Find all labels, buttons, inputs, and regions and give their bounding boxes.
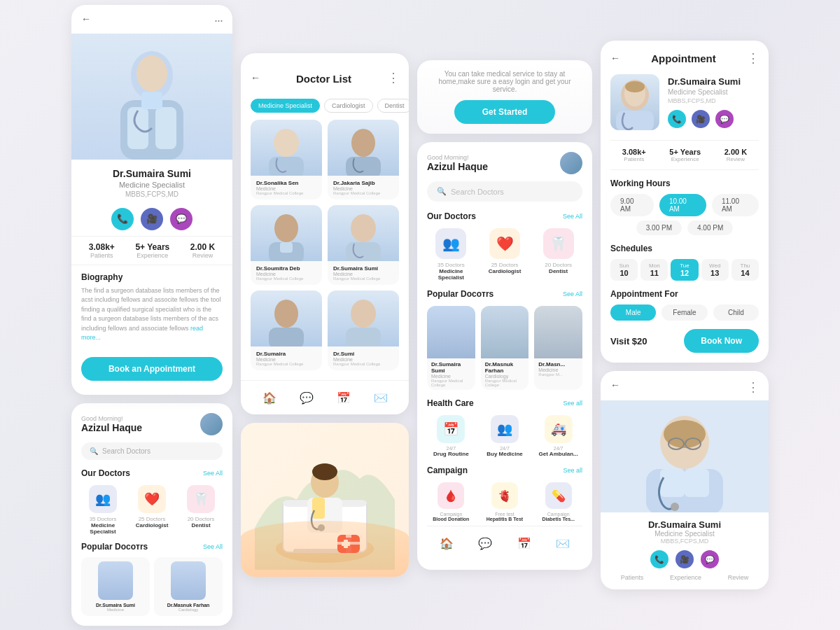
nav-calendar-dl[interactable]: 📅	[334, 388, 354, 407]
day-mon[interactable]: Mon 11	[640, 259, 668, 281]
nav-chat-main[interactable]: 💬	[475, 533, 495, 553]
search-bar-main[interactable]: 🔍 Search Doctors	[427, 181, 582, 202]
profile-phone-icon[interactable]: 📞	[650, 550, 668, 568]
menu-icon-appt[interactable]: ⋮	[747, 50, 759, 66]
doc-card-4[interactable]: Dr.Sumaira Sumi Medicine Rangpur Medical…	[328, 205, 399, 285]
doc-card-5[interactable]: Dr.Sumaira Medicine Rangpur Medical Coll…	[251, 290, 322, 370]
doc-card-1-photo	[251, 120, 322, 176]
gender-male[interactable]: Male	[610, 304, 656, 321]
back-icon-appt[interactable]: ←	[610, 52, 620, 64]
popular-doc-main-2-info: Dr.Masnuk Farhan Cardiology Rangpur Medi…	[481, 358, 529, 390]
health-care-see-all[interactable]: See all	[563, 400, 582, 407]
popular-doc-main-3[interactable]: Dr.Masn... Medicine Rangpur M...	[534, 306, 582, 390]
doc-6-hosp: Rangpur Medical College	[333, 362, 393, 366]
time-11am[interactable]: 11.00 AM	[712, 194, 759, 216]
gender-female[interactable]: Female	[662, 304, 707, 321]
camp-blood[interactable]: 🩸 Campaign Blood Donation	[427, 482, 475, 522]
filter-dentist[interactable]: Dentist	[377, 99, 409, 113]
time-4pm[interactable]: 4.00 PM	[687, 220, 733, 235]
hepatitis-name: Hepatitis B Test	[481, 517, 529, 522]
visit-label: Visit	[610, 336, 629, 346]
profile-video-icon[interactable]: 🎥	[676, 550, 694, 568]
back-icon-profile[interactable]: ←	[610, 379, 620, 395]
filter-cardio[interactable]: Cardiologist	[324, 99, 373, 113]
book-now-button[interactable]: Book Now	[684, 329, 759, 353]
appt-chat-icon[interactable]: 💬	[715, 110, 734, 128]
nav-message-dl[interactable]: ✉️	[371, 388, 391, 407]
nav-calendar-main[interactable]: 📅	[514, 533, 534, 553]
day-tue[interactable]: Tue 12	[671, 259, 698, 281]
cat-cardio-small[interactable]: ❤️ 25 Doctors Cardiologist	[130, 485, 174, 535]
nav-message-main[interactable]: ✉️	[553, 533, 573, 553]
see-all-our-doctors[interactable]: See All	[563, 213, 582, 220]
menu-icon[interactable]: ···	[214, 13, 223, 28]
review-label: Review	[190, 252, 215, 259]
popular-doc-2-small[interactable]: Dr.Masnuk Farhan Cardiology	[154, 557, 223, 616]
menu-icon-profile[interactable]: ⋮	[747, 379, 759, 395]
camp-hepatitis[interactable]: 🫀 Free test Hepatitis B Test	[481, 482, 529, 522]
phone-icon[interactable]: 📞	[111, 208, 134, 230]
greeting-row-small: Good Morning! Azizul Haque	[81, 413, 223, 435]
chat-icon[interactable]: 💬	[170, 208, 192, 230]
day-thu[interactable]: Thu 14	[732, 259, 759, 281]
doc-card-2[interactable]: Dr.Jakaria Sajib Medicine Rangpur Medica…	[328, 120, 399, 200]
medicine-freq: 24/7	[481, 446, 529, 451]
svg-point-13	[351, 214, 376, 242]
doc-3-name: Dr.Soumitra Deb	[256, 265, 316, 272]
profile-review-lbl: Review	[728, 574, 749, 581]
nav-home-main[interactable]: 🏠	[437, 533, 456, 553]
doc-card-3[interactable]: Dr.Soumitra Deb Medicine Rangpur Medical…	[251, 205, 322, 285]
schedules-section: Schedules Sun 10 Mon 11 Tue 12 Wed 13	[610, 244, 759, 281]
user-name-main: Azizul Haque	[427, 161, 488, 172]
time-10am[interactable]: 10.00 AM	[659, 194, 706, 216]
gender-tabs: Male Female Child	[610, 304, 759, 321]
see-all-doctors-small[interactable]: See All	[203, 470, 223, 477]
campaign-see-all[interactable]: See all	[563, 467, 582, 474]
back-icon-dl[interactable]: ←	[251, 72, 260, 83]
hc-medicine[interactable]: 👥 24/7 Buy Medicine	[481, 415, 529, 457]
dentist-icon-small: 🦷	[187, 485, 215, 513]
popular-doc-2-spec-small: Cardiology	[158, 608, 218, 612]
cat-cardio-main[interactable]: ❤️ 25 Doctors Cardiologist	[481, 228, 529, 281]
nav-chat-dl[interactable]: 💬	[297, 388, 316, 407]
book-appointment-button[interactable]: Book an Appointment	[81, 357, 223, 381]
menu-icon-dl[interactable]: ⋮	[387, 70, 399, 85]
popular-see-all-small[interactable]: See All	[203, 543, 223, 550]
popular-doc-main-2[interactable]: Dr.Masnuk Farhan Cardiology Rangpur Medi…	[481, 306, 529, 390]
hc-ambulance[interactable]: 🚑 24/7 Get Ambulan...	[534, 415, 582, 457]
video-icon[interactable]: 🎥	[141, 208, 163, 230]
popular-doc-1-small[interactable]: Dr.Sumaira Sumi Medicine	[81, 557, 150, 616]
appt-phone-icon[interactable]: 📞	[668, 110, 686, 128]
popular-see-all-main[interactable]: See All	[563, 290, 582, 298]
day-sun[interactable]: Sun 10	[610, 259, 638, 281]
gender-child[interactable]: Child	[713, 304, 759, 321]
onboard-description: You can take medical service to stay at …	[427, 70, 582, 93]
diabetes-name: Diabetis Tes...	[534, 517, 582, 522]
appt-video-icon[interactable]: 🎥	[692, 110, 710, 128]
svg-point-6	[274, 129, 299, 157]
doc-card-6[interactable]: Dr.Sumi Medicine Rangpur Medical College	[328, 290, 399, 370]
filter-medicine[interactable]: Medicine Specialist	[251, 99, 320, 113]
doc-card-4-info: Dr.Sumaira Sumi Medicine Rangpur Medical…	[328, 261, 399, 285]
back-icon[interactable]: ←	[81, 13, 91, 28]
cat-dentist-small[interactable]: 🦷 20 Doctors Dentist	[179, 485, 223, 535]
time-9am[interactable]: 9.00 AM	[610, 194, 654, 216]
popular-doc-main-1[interactable]: Dr.Sumaira Sumi Medicine Rangpur Medical…	[427, 306, 475, 390]
doc-card-1[interactable]: Dr.Sonalika Sen Medicine Rangpur Medical…	[251, 120, 322, 200]
popular-doc-main-2-photo	[481, 306, 529, 358]
get-started-button[interactable]: Get Started	[454, 100, 556, 124]
svg-point-10	[274, 214, 298, 242]
profile-chat-icon[interactable]: 💬	[701, 550, 719, 568]
time-3pm[interactable]: 3.00 PM	[636, 220, 682, 235]
hc-drug[interactable]: 📅 24/7 Drug Routine	[427, 415, 475, 457]
cat-dentist-main[interactable]: 🦷 20 Doctors Dentist	[534, 228, 582, 281]
camp-diabetes[interactable]: 💊 Campaign Diabetis Tes...	[534, 482, 582, 522]
filter-tabs: Medicine Specialist Cardiologist Dentist…	[241, 99, 409, 120]
campaign-title: Campaign	[427, 465, 468, 475]
pop-doc-main-2-spec: Cardiology	[485, 374, 525, 379]
cat-medicine-small[interactable]: 👥 35 Doctors Medicine Specialist	[81, 485, 125, 535]
nav-home-dl[interactable]: 🏠	[260, 388, 279, 407]
day-wed[interactable]: Wed 13	[701, 259, 729, 281]
search-bar-small[interactable]: 🔍 Search Doctors	[81, 442, 223, 460]
cat-medicine-main[interactable]: 👥 35 Doctors Medicine Specialist	[427, 228, 475, 281]
